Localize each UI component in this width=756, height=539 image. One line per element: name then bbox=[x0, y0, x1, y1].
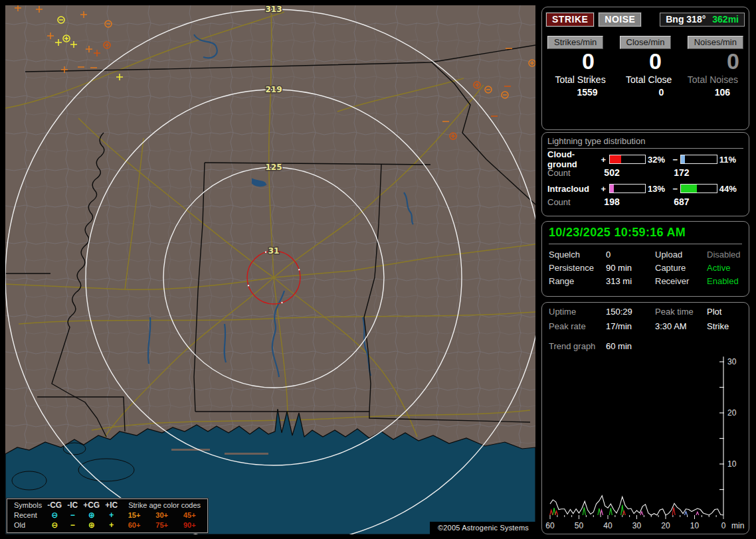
total-noises-label: Total Noises bbox=[678, 74, 745, 85]
age-30: 30+ bbox=[148, 510, 176, 520]
strikes-per-min-button[interactable]: Strikes/min bbox=[547, 36, 603, 49]
svg-text:50: 50 bbox=[575, 521, 584, 530]
age-45: 45+ bbox=[175, 510, 203, 520]
legend-row-old-label: Old bbox=[11, 520, 45, 530]
old-ic-minus-icon: − bbox=[64, 520, 80, 530]
svg-text:313: 313 bbox=[265, 5, 282, 14]
legend-col-ncg: -CG bbox=[45, 501, 64, 510]
cg-minus-pct: 11% bbox=[719, 155, 743, 165]
recent-cg-minus-icon: ⊖ bbox=[45, 510, 64, 520]
svg-text:10: 10 bbox=[690, 521, 700, 530]
strike-map[interactable]: 31321912531 Symbols -CG -IC +CG +IC Stri… bbox=[5, 5, 535, 534]
cloud-ground-row: Cloud-ground + 32% − 11% bbox=[547, 153, 743, 166]
age-75: 75+ bbox=[148, 520, 176, 530]
old-cg-plus-icon: ⊕ bbox=[80, 520, 102, 530]
squelch-value: 0 bbox=[606, 250, 655, 263]
peak-time-value: 3:30 AM bbox=[655, 321, 707, 336]
session-panel: Uptime 150:29 Peak time Plot Peak rate 1… bbox=[541, 302, 749, 534]
peak-time-label: Peak time bbox=[655, 307, 707, 321]
plus-sign: + bbox=[600, 155, 607, 165]
svg-text:30: 30 bbox=[727, 357, 737, 366]
minus-sign: − bbox=[672, 155, 678, 165]
svg-text:min: min bbox=[731, 521, 744, 530]
age-90: 90+ bbox=[175, 520, 203, 530]
noises-per-min-button[interactable]: Noises/min bbox=[688, 36, 743, 49]
capture-label: Capture bbox=[655, 263, 707, 276]
intracloud-label: Intracloud bbox=[547, 184, 600, 194]
svg-text:20: 20 bbox=[661, 521, 670, 530]
trend-graph-label: Trend graph bbox=[549, 341, 606, 351]
range-label: Range bbox=[549, 276, 606, 289]
intracloud-row: Intracloud + 13% − 44% bbox=[547, 182, 743, 195]
ic-plus-pct: 13% bbox=[648, 184, 672, 194]
count-label: Count bbox=[547, 197, 604, 207]
old-ic-plus-icon: + bbox=[102, 520, 120, 530]
cg-minus-bar bbox=[680, 155, 717, 164]
close-per-min-button[interactable]: Close/min bbox=[620, 36, 672, 49]
age-15: 15+ bbox=[120, 510, 148, 520]
total-strikes-label: Total Strikes bbox=[546, 74, 613, 85]
squelch-label: Squelch bbox=[549, 250, 606, 263]
close-per-min-value: 0 bbox=[612, 49, 679, 73]
receiver-status: Enabled bbox=[707, 276, 742, 289]
total-close-label: Total Close bbox=[613, 74, 679, 85]
bearing-label: Bng 318° bbox=[666, 14, 706, 25]
persistence-value: 90 min bbox=[606, 263, 655, 276]
cg-plus-count: 502 bbox=[604, 167, 674, 178]
legend-col-pcg: +CG bbox=[80, 501, 102, 510]
minus-sign: − bbox=[672, 184, 678, 194]
noises-per-min-value: 0 bbox=[679, 49, 746, 73]
distribution-panel: Lightning type distribution Cloud-ground… bbox=[541, 132, 749, 216]
range-value: 313 mi bbox=[606, 276, 655, 289]
cg-plus-bar bbox=[609, 155, 646, 164]
old-cg-minus-icon: ⊖ bbox=[45, 520, 64, 530]
recent-ic-plus-icon: + bbox=[102, 510, 120, 520]
svg-text:30: 30 bbox=[632, 521, 642, 530]
peak-rate-label: Peak rate bbox=[549, 321, 606, 336]
uptime-value: 150:29 bbox=[606, 307, 655, 321]
svg-text:60: 60 bbox=[545, 521, 555, 530]
svg-text:31: 31 bbox=[268, 246, 280, 256]
ic-minus-pct: 44% bbox=[719, 184, 743, 194]
intracloud-count-row: Count 198 687 bbox=[547, 195, 743, 208]
cloud-ground-label: Cloud-ground bbox=[547, 149, 600, 169]
svg-text:219: 219 bbox=[265, 85, 282, 94]
upload-status: Disabled bbox=[707, 250, 742, 263]
svg-text:125: 125 bbox=[265, 163, 282, 172]
ic-plus-bar bbox=[609, 184, 646, 193]
trend-graph: 3020106050403020100min bbox=[543, 352, 748, 535]
cg-minus-count: 172 bbox=[674, 167, 743, 178]
bearing-readout: Bng 318°362mi bbox=[660, 13, 745, 27]
strikes-per-min-value: 0 bbox=[545, 49, 612, 73]
ic-plus-count: 198 bbox=[604, 196, 674, 207]
legend-symbols-header: Symbols bbox=[11, 501, 45, 510]
total-close-value: 0 bbox=[613, 85, 679, 98]
bearing-distance: 362mi bbox=[712, 14, 739, 25]
upload-label: Upload bbox=[655, 250, 707, 263]
svg-text:0: 0 bbox=[721, 521, 726, 530]
strike-toggle-button[interactable]: STRIKE bbox=[546, 13, 594, 27]
age-60: 60+ bbox=[120, 520, 148, 530]
total-noises-value: 106 bbox=[678, 85, 745, 98]
cloud-ground-count-row: Count 502 172 bbox=[547, 166, 743, 179]
persistence-label: Persistence bbox=[549, 263, 606, 276]
svg-text:40: 40 bbox=[603, 521, 613, 530]
copyright-text: ©2005 Astrogenic Systems bbox=[430, 522, 535, 534]
legend-row-recent-label: Recent bbox=[11, 510, 45, 520]
counter-panel: STRIKE NOISE Bng 318°362mi Strikes/min C… bbox=[541, 7, 749, 130]
recent-ic-minus-icon: − bbox=[64, 510, 80, 520]
plot-type-value: Strike bbox=[707, 321, 742, 336]
receiver-label: Receiver bbox=[655, 276, 707, 289]
app-window: 31321912531 Symbols -CG -IC +CG +IC Stri… bbox=[0, 0, 756, 539]
ic-minus-bar bbox=[680, 184, 717, 193]
trend-graph-window: 60 min bbox=[606, 341, 742, 351]
plus-sign: + bbox=[600, 184, 607, 194]
map-canvas: 31321912531 bbox=[5, 5, 535, 534]
total-strikes-value: 1559 bbox=[546, 85, 613, 98]
noise-toggle-button[interactable]: NOISE bbox=[599, 13, 641, 27]
legend-age-title: Strike age color codes bbox=[120, 501, 203, 510]
recent-cg-plus-icon: ⊕ bbox=[80, 510, 102, 520]
peak-rate-value: 17/min bbox=[606, 321, 655, 336]
capture-status: Active bbox=[707, 263, 742, 276]
datetime-display: 10/23/2025 10:59:16 AM bbox=[549, 226, 742, 244]
